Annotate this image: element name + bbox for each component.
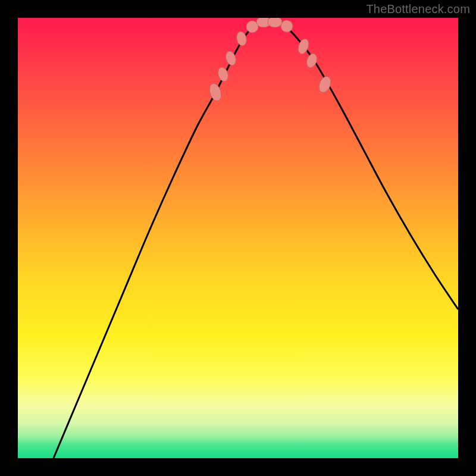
marker-dot: [268, 18, 282, 27]
chart-frame: TheBottleneck.com: [0, 0, 476, 476]
highlight-markers: [208, 18, 333, 102]
curve-layer: [18, 18, 458, 458]
marker-dot: [305, 52, 318, 69]
marker-dot: [317, 75, 333, 95]
plot-area: [18, 18, 458, 458]
marker-dot: [236, 31, 248, 47]
bottleneck-curve: [54, 20, 458, 458]
marker-dot: [208, 82, 223, 102]
watermark-text: TheBottleneck.com: [366, 2, 470, 16]
